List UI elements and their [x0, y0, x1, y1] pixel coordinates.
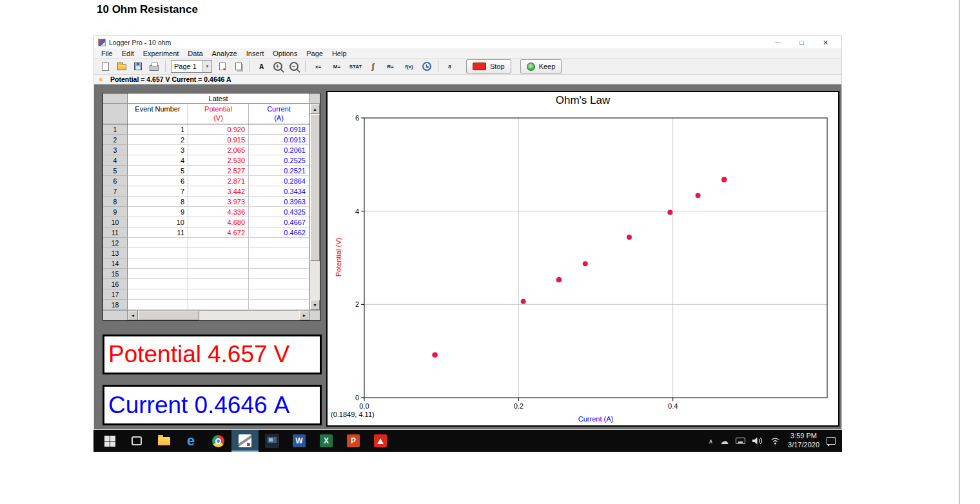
cell-current[interactable]: 0.4667: [249, 217, 309, 228]
row-number[interactable]: 17: [103, 289, 128, 300]
menu-options[interactable]: Options: [268, 50, 302, 57]
cell-current[interactable]: [249, 248, 309, 258]
row-number[interactable]: 7: [103, 186, 128, 197]
menu-data[interactable]: Data: [183, 50, 207, 57]
cell-potential[interactable]: 3.442: [188, 186, 249, 197]
page-selector-dropdown[interactable]: Page 1: [171, 60, 212, 73]
scroll-up-button[interactable]: [310, 104, 320, 114]
cell-event-number[interactable]: [128, 258, 188, 269]
task-view-button[interactable]: [123, 430, 150, 452]
network-icon[interactable]: [770, 437, 781, 445]
row-number[interactable]: 13: [103, 248, 128, 258]
cell-event-number[interactable]: 9: [128, 207, 188, 217]
potential-meter[interactable]: Potential 4.657 V: [103, 334, 322, 374]
menu-edit[interactable]: Edit: [117, 50, 139, 57]
pinned-app-button[interactable]: [259, 430, 286, 452]
chevron-down-icon[interactable]: [202, 61, 211, 72]
cell-event-number[interactable]: 5: [128, 166, 188, 176]
cell-potential[interactable]: 2.530: [188, 155, 249, 166]
x-axis-label[interactable]: Current (A): [364, 415, 827, 423]
row-number[interactable]: 14: [103, 258, 128, 269]
cell-event-number[interactable]: 8: [128, 197, 188, 207]
scroll-right-button[interactable]: [299, 311, 309, 320]
powerpoint-button[interactable]: P: [340, 430, 367, 452]
cell-potential[interactable]: [188, 279, 249, 289]
row-number[interactable]: 9: [103, 207, 128, 217]
open-file-button[interactable]: [114, 59, 129, 73]
column-header-current[interactable]: Current (A): [249, 104, 309, 124]
menu-help[interactable]: Help: [328, 50, 351, 57]
cell-potential[interactable]: [188, 289, 249, 300]
row-number[interactable]: 6: [103, 176, 128, 186]
tangent-button[interactable]: M=: [328, 59, 346, 73]
cell-current[interactable]: 0.2521: [249, 166, 309, 176]
vertical-scroll-track[interactable]: [310, 114, 320, 300]
column-header-event-number[interactable]: Event Number: [128, 104, 188, 124]
page-layout-button[interactable]: [231, 59, 246, 73]
cell-current[interactable]: 0.2525: [249, 155, 309, 166]
word-button[interactable]: W: [286, 430, 313, 452]
print-button[interactable]: [146, 59, 161, 73]
model-button[interactable]: f(x): [400, 59, 418, 73]
stop-collection-button[interactable]: Stop: [466, 59, 511, 73]
cell-event-number[interactable]: 3: [128, 145, 188, 155]
row-number[interactable]: 1: [103, 124, 128, 135]
cell-potential[interactable]: [188, 300, 249, 310]
cell-potential[interactable]: 4.336: [188, 207, 249, 217]
cell-current[interactable]: 0.2061: [249, 145, 309, 155]
cell-event-number[interactable]: 1: [128, 124, 188, 135]
next-page-button[interactable]: [215, 59, 230, 73]
y-axis-label[interactable]: Potential (V): [335, 229, 342, 285]
cell-event-number[interactable]: 10: [128, 217, 188, 228]
current-meter[interactable]: Current 0.4646 A: [103, 385, 322, 425]
cell-potential[interactable]: [188, 238, 249, 248]
cell-current[interactable]: 0.2864: [249, 176, 309, 186]
cell-current[interactable]: 0.4325: [249, 207, 309, 217]
start-button[interactable]: [96, 430, 123, 452]
dataset-name[interactable]: Latest: [128, 93, 309, 104]
menu-experiment[interactable]: Experiment: [139, 50, 184, 57]
taskbar-clock[interactable]: 3:59 PM 3/17/2020: [788, 432, 819, 450]
edge-button[interactable]: e: [177, 430, 204, 452]
cell-potential[interactable]: 2.871: [188, 176, 249, 186]
cell-potential[interactable]: [188, 269, 249, 279]
column-header-potential[interactable]: Potential (V): [188, 104, 249, 124]
graph-panel[interactable]: Ohm's Law 0.00.20.40246 Potential (V) Cu…: [326, 91, 839, 427]
cell-current[interactable]: [249, 289, 309, 300]
row-number[interactable]: 16: [103, 279, 128, 289]
zoom-out-button[interactable]: −: [286, 59, 301, 73]
horizontal-scrollbar[interactable]: [128, 310, 309, 320]
cell-current[interactable]: 0.3963: [249, 197, 309, 207]
row-number[interactable]: 10: [103, 217, 128, 228]
integral-button[interactable]: ∫: [366, 59, 380, 73]
menu-analyze[interactable]: Analyze: [208, 50, 242, 57]
horizontal-scroll-track[interactable]: [138, 311, 299, 320]
onedrive-cloud-icon[interactable]: ☁: [720, 436, 729, 446]
statistics-button[interactable]: STAT: [347, 59, 364, 73]
data-collection-button[interactable]: [419, 59, 434, 73]
minimize-button[interactable]: [766, 36, 790, 48]
horizontal-scroll-thumb[interactable]: [138, 311, 199, 320]
logger-pro-taskbar-button[interactable]: [231, 430, 259, 452]
sensor-setup-button[interactable]: 8: [442, 59, 457, 73]
volume-icon[interactable]: [752, 437, 763, 445]
cell-event-number[interactable]: [128, 289, 188, 300]
save-button[interactable]: [130, 59, 145, 73]
cell-current[interactable]: 0.3434: [249, 186, 309, 197]
row-number[interactable]: 5: [103, 166, 128, 176]
cell-potential[interactable]: [188, 258, 249, 269]
cell-current[interactable]: 0.4662: [249, 228, 309, 238]
new-file-button[interactable]: [98, 59, 113, 73]
action-center-icon[interactable]: [827, 437, 836, 445]
cell-event-number[interactable]: [128, 269, 188, 279]
cell-event-number[interactable]: 4: [128, 155, 188, 166]
zoom-in-button[interactable]: +: [270, 59, 285, 73]
cell-potential[interactable]: 0.915: [188, 135, 249, 145]
data-table[interactable]: Latest Event Number Potential (V) Curren…: [103, 93, 320, 321]
keep-button[interactable]: Keep: [520, 59, 562, 73]
cell-event-number[interactable]: [128, 238, 188, 248]
cell-current[interactable]: [249, 269, 309, 279]
menu-insert[interactable]: Insert: [242, 50, 269, 57]
menu-file[interactable]: File: [97, 50, 117, 57]
vertical-scrollbar[interactable]: [309, 104, 320, 310]
